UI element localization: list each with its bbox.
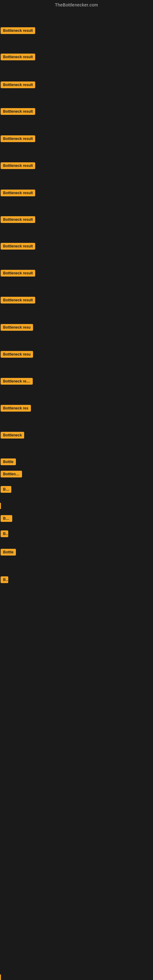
bottleneck-badge-4[interactable]: Bottleneck result: [1, 108, 35, 115]
result-item-2[interactable]: Bottleneck result: [1, 54, 35, 62]
result-item-22[interactable]: Bo: [1, 530, 8, 538]
result-item-1[interactable]: Bottleneck result: [1, 27, 35, 35]
cursor-line: [0, 975, 1, 980]
bottleneck-badge-11[interactable]: Bottleneck result: [1, 297, 35, 304]
result-item-4[interactable]: Bottleneck result: [1, 108, 35, 116]
result-item-19[interactable]: Bot: [1, 486, 11, 494]
result-item-7[interactable]: Bottleneck result: [1, 189, 35, 197]
cursor-line: [0, 503, 1, 509]
bottleneck-badge-8[interactable]: Bottleneck result: [1, 216, 35, 223]
result-item-3[interactable]: Bottleneck result: [1, 81, 35, 89]
bottleneck-badge-21[interactable]: Bott: [1, 515, 12, 522]
bottleneck-badge-16[interactable]: Bottleneck: [1, 432, 24, 439]
bottleneck-badge-12[interactable]: Bottleneck resu: [1, 324, 33, 331]
result-item-13[interactable]: Bottleneck resu: [1, 351, 33, 359]
bottleneck-badge-23[interactable]: Bottle: [1, 549, 16, 555]
bottleneck-badge-2[interactable]: Bottleneck result: [1, 54, 35, 60]
bottleneck-badge-19[interactable]: Bot: [1, 486, 11, 493]
bottleneck-badge-14[interactable]: Bottleneck resu: [1, 378, 33, 385]
bottleneck-badge-18[interactable]: Bottlenec: [1, 471, 22, 477]
bottleneck-badge-5[interactable]: Bottleneck result: [1, 135, 35, 142]
bottleneck-badge-1[interactable]: Bottleneck result: [1, 27, 35, 34]
bottleneck-badge-22[interactable]: Bo: [1, 530, 8, 537]
result-item-6[interactable]: Bottleneck result: [1, 162, 35, 170]
result-item-10[interactable]: Bottleneck result: [1, 270, 35, 278]
result-item-11[interactable]: Bottleneck result: [1, 297, 35, 305]
bottleneck-badge-24[interactable]: Bo: [1, 576, 8, 583]
result-item-16[interactable]: Bottleneck: [1, 432, 24, 440]
bottleneck-badge-6[interactable]: Bottleneck result: [1, 162, 35, 169]
bottleneck-badge-15[interactable]: Bottleneck res: [1, 405, 31, 412]
result-item-18[interactable]: Bottlenec: [1, 471, 22, 479]
result-item-12[interactable]: Bottleneck resu: [1, 324, 33, 332]
bottleneck-badge-13[interactable]: Bottleneck resu: [1, 351, 33, 358]
result-item-15[interactable]: Bottleneck res: [1, 405, 31, 413]
result-item-21[interactable]: Bott: [1, 515, 12, 523]
result-item-9[interactable]: Bottleneck result: [1, 243, 35, 251]
result-item-5[interactable]: Bottleneck result: [1, 135, 35, 143]
result-item-17[interactable]: Bottle: [1, 458, 16, 466]
bottleneck-badge-7[interactable]: Bottleneck result: [1, 189, 35, 196]
site-title: TheBottlenecker.com: [0, 0, 153, 10]
result-item-8[interactable]: Bottleneck result: [1, 216, 35, 224]
result-item-24[interactable]: Bo: [1, 576, 8, 584]
result-item-23[interactable]: Bottle: [1, 549, 16, 557]
result-item-14[interactable]: Bottleneck resu: [1, 378, 33, 386]
bottleneck-badge-17[interactable]: Bottle: [1, 458, 16, 465]
bottleneck-badge-3[interactable]: Bottleneck result: [1, 81, 35, 88]
bottleneck-badge-9[interactable]: Bottleneck result: [1, 243, 35, 250]
bottleneck-badge-10[interactable]: Bottleneck result: [1, 270, 35, 277]
